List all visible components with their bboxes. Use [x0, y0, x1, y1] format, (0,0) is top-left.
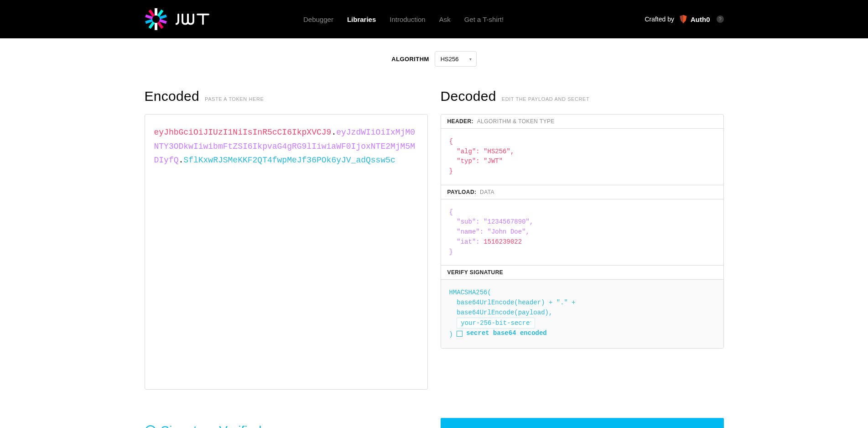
decoded-payload-bar: PAYLOAD: DATA — [441, 185, 723, 199]
encoded-token-editor[interactable]: eyJhbGciOiJIUzI1NiIsInR5cCI6IkpXVCJ9.eyJ… — [145, 114, 428, 390]
share-jwt-button[interactable]: SHARE JWT — [441, 418, 724, 428]
encoded-title-row: Encoded PASTE A TOKEN HERE — [145, 89, 428, 104]
payload-json-suffix: } — [449, 248, 453, 256]
encoded-hint: PASTE A TOKEN HERE — [205, 96, 264, 102]
decoded-signature-bar: VERIFY SIGNATURE — [441, 266, 723, 280]
decoded-header-section: HEADER: ALGORITHM & TOKEN TYPE { "alg": … — [441, 115, 723, 185]
logo[interactable] — [145, 8, 213, 31]
auth0-shield-icon — [679, 15, 688, 24]
decoded-signature-section: VERIFY SIGNATURE HMACSHA256( base64UrlEn… — [441, 266, 723, 348]
decoded-payload-sublabel: DATA — [480, 189, 494, 195]
token-header-segment: eyJhbGciOiJIUzI1NiIsInR5cCI6IkpXVCJ9 — [154, 128, 332, 137]
nav-inner: Debugger Libraries Introduction Ask Get … — [145, 8, 724, 31]
check-circle-icon — [145, 425, 156, 428]
algorithm-select[interactable]: HS256 ▾ — [435, 51, 477, 67]
decoded-header-bar: HEADER: ALGORITHM & TOKEN TYPE — [441, 115, 723, 129]
nav-link-tshirt[interactable]: Get a T-shirt! — [464, 16, 504, 23]
sig-line-3: base64UrlEncode(payload), — [449, 309, 553, 316]
nav-link-introduction[interactable]: Introduction — [390, 16, 425, 23]
payload-json-iat: 1516239022 — [483, 238, 522, 245]
bottom-row: Signature Verified SHARE JWT — [145, 418, 724, 428]
secret-base64-checkbox[interactable] — [457, 331, 463, 337]
svg-rect-1 — [155, 23, 157, 30]
nav-link-debugger[interactable]: Debugger — [303, 16, 333, 23]
decoded-signature-body: HMACSHA256( base64UrlEncode(header) + ".… — [441, 280, 723, 348]
main-columns: Encoded PASTE A TOKEN HERE eyJhbGciOiJIU… — [145, 89, 724, 408]
decoded-payload-section: PAYLOAD: DATA { "sub": "1234567890", "na… — [441, 185, 723, 266]
decoded-stack: HEADER: ALGORITHM & TOKEN TYPE { "alg": … — [441, 114, 724, 349]
sig-close-paren: ) — [449, 331, 457, 339]
sig-line-1: HMACSHA256( — [449, 289, 491, 296]
jwt-asterisk-icon — [145, 8, 167, 31]
token-dot-2: . — [179, 156, 184, 165]
svg-point-10 — [146, 426, 156, 428]
jwt-wordmark-icon — [176, 12, 213, 26]
crafted-by-label: Crafted by — [645, 16, 674, 23]
token-dot-1: . — [331, 128, 336, 137]
decoded-header-sublabel: ALGORITHM & TOKEN TYPE — [477, 118, 555, 125]
nav-links: Debugger Libraries Introduction Ask Get … — [303, 16, 504, 23]
nav-link-ask[interactable]: Ask — [439, 16, 451, 23]
decoded-column: Decoded EDIT THE PAYLOAD AND SECRET HEAD… — [441, 89, 724, 349]
algorithm-row: ALGORITHM HS256 ▾ — [0, 38, 868, 89]
decoded-title: Decoded — [441, 89, 496, 104]
encoded-column: Encoded PASTE A TOKEN HERE eyJhbGciOiJIU… — [145, 89, 428, 390]
decoded-header-editor[interactable]: { "alg": "HS256", "typ": "JWT" } — [441, 129, 723, 185]
top-nav: Debugger Libraries Introduction Ask Get … — [0, 0, 868, 38]
sig-line-2: base64UrlEncode(header) + "." + — [449, 299, 576, 306]
signature-verified-status: Signature Verified — [145, 423, 428, 428]
decoded-payload-editor[interactable]: { "sub": "1234567890", "name": "John Doe… — [441, 199, 723, 265]
auth0-link[interactable]: Auth0 — [679, 15, 710, 24]
token-signature-segment: SflKxwRJSMeKKF2QT4fwpMeJf36POk6yJV_adQss… — [183, 156, 395, 165]
nav-link-libraries[interactable]: Libraries — [347, 16, 376, 23]
decoded-signature-label: VERIFY SIGNATURE — [447, 269, 504, 276]
encoded-title: Encoded — [145, 89, 200, 104]
secret-base64-label: secret base64 encoded — [466, 329, 546, 339]
algorithm-selected-value: HS256 — [441, 56, 459, 63]
decoded-hint: EDIT THE PAYLOAD AND SECRET — [502, 96, 590, 102]
signature-secret-input[interactable] — [457, 318, 535, 329]
decoded-payload-label: PAYLOAD: — [447, 189, 477, 195]
chevron-down-icon: ▾ — [469, 57, 472, 62]
help-icon[interactable]: ? — [717, 16, 724, 23]
algorithm-label: ALGORITHM — [391, 56, 429, 63]
svg-rect-0 — [155, 8, 157, 16]
decoded-header-label: HEADER: — [447, 118, 473, 125]
nav-left: Debugger Libraries Introduction Ask Get … — [145, 8, 504, 31]
signature-verified-text: Signature Verified — [161, 423, 262, 428]
decoded-title-row: Decoded EDIT THE PAYLOAD AND SECRET — [441, 89, 724, 104]
auth0-text: Auth0 — [691, 16, 710, 23]
nav-right: Crafted by Auth0 ? — [645, 15, 723, 24]
